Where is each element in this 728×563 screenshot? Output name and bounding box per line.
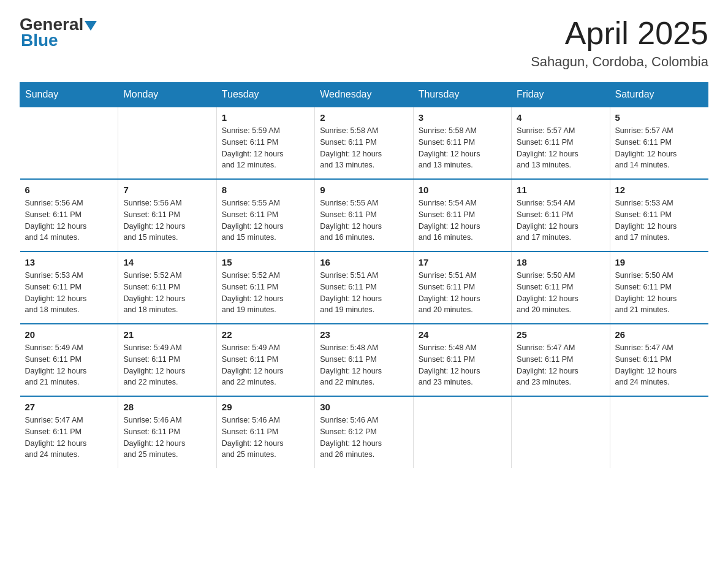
calendar-cell: 4Sunrise: 5:57 AM Sunset: 6:11 PM Daylig… [512, 107, 610, 179]
day-number: 23 [320, 329, 408, 340]
calendar-cell [20, 107, 118, 179]
day-number: 20 [25, 329, 113, 340]
calendar-cell: 17Sunrise: 5:51 AM Sunset: 6:11 PM Dayli… [413, 251, 511, 324]
day-number: 27 [25, 402, 113, 412]
day-info: Sunrise: 5:46 AM Sunset: 6:11 PM Dayligh… [222, 415, 309, 461]
calendar-cell: 24Sunrise: 5:48 AM Sunset: 6:11 PM Dayli… [413, 324, 511, 396]
day-info: Sunrise: 5:53 AM Sunset: 6:11 PM Dayligh… [25, 270, 113, 316]
calendar-cell [413, 396, 511, 468]
calendar-cell: 6Sunrise: 5:56 AM Sunset: 6:11 PM Daylig… [20, 179, 118, 251]
calendar-cell: 18Sunrise: 5:50 AM Sunset: 6:11 PM Dayli… [512, 251, 610, 324]
logo-triangle-icon [85, 21, 97, 31]
day-number: 10 [419, 185, 506, 195]
calendar-cell: 26Sunrise: 5:47 AM Sunset: 6:11 PM Dayli… [610, 324, 708, 396]
day-number: 3 [419, 112, 506, 123]
day-number: 29 [222, 402, 309, 412]
calendar-table: SundayMondayTuesdayWednesdayThursdayFrid… [20, 82, 708, 468]
day-info: Sunrise: 5:56 AM Sunset: 6:11 PM Dayligh… [25, 197, 113, 243]
day-info: Sunrise: 5:46 AM Sunset: 6:11 PM Dayligh… [123, 415, 211, 461]
weekday-header-tuesday: Tuesday [216, 83, 314, 107]
calendar-cell [610, 396, 708, 468]
calendar-cell [512, 396, 610, 468]
day-info: Sunrise: 5:57 AM Sunset: 6:11 PM Dayligh… [517, 125, 604, 171]
day-number: 11 [517, 185, 604, 195]
weekday-header-thursday: Thursday [413, 83, 511, 107]
logo: General Blue [20, 15, 98, 50]
day-number: 4 [517, 112, 604, 123]
calendar-cell: 14Sunrise: 5:52 AM Sunset: 6:11 PM Dayli… [118, 251, 216, 324]
day-info: Sunrise: 5:46 AM Sunset: 6:12 PM Dayligh… [320, 415, 408, 461]
calendar-cell: 30Sunrise: 5:46 AM Sunset: 6:12 PM Dayli… [315, 396, 413, 468]
day-info: Sunrise: 5:58 AM Sunset: 6:11 PM Dayligh… [320, 125, 408, 171]
calendar-cell: 25Sunrise: 5:47 AM Sunset: 6:11 PM Dayli… [512, 324, 610, 396]
day-number: 16 [320, 257, 408, 267]
calendar-cell: 29Sunrise: 5:46 AM Sunset: 6:11 PM Dayli… [216, 396, 314, 468]
calendar-week-1: 1Sunrise: 5:59 AM Sunset: 6:11 PM Daylig… [20, 107, 708, 179]
day-number: 9 [320, 185, 408, 195]
day-info: Sunrise: 5:47 AM Sunset: 6:11 PM Dayligh… [517, 342, 604, 388]
calendar-cell: 12Sunrise: 5:53 AM Sunset: 6:11 PM Dayli… [610, 179, 708, 251]
day-number: 24 [419, 329, 506, 340]
calendar-week-5: 27Sunrise: 5:47 AM Sunset: 6:11 PM Dayli… [20, 396, 708, 468]
calendar-cell [118, 107, 216, 179]
day-number: 19 [615, 257, 703, 267]
day-info: Sunrise: 5:47 AM Sunset: 6:11 PM Dayligh… [615, 342, 703, 388]
day-info: Sunrise: 5:47 AM Sunset: 6:11 PM Dayligh… [25, 415, 113, 461]
day-info: Sunrise: 5:57 AM Sunset: 6:11 PM Dayligh… [615, 125, 703, 171]
weekday-header-friday: Friday [512, 83, 610, 107]
calendar-cell: 16Sunrise: 5:51 AM Sunset: 6:11 PM Dayli… [315, 251, 413, 324]
weekday-header-monday: Monday [118, 83, 216, 107]
day-number: 28 [123, 402, 211, 412]
day-number: 25 [517, 329, 604, 340]
calendar-cell: 20Sunrise: 5:49 AM Sunset: 6:11 PM Dayli… [20, 324, 118, 396]
day-info: Sunrise: 5:54 AM Sunset: 6:11 PM Dayligh… [419, 197, 506, 243]
calendar-cell: 27Sunrise: 5:47 AM Sunset: 6:11 PM Dayli… [20, 396, 118, 468]
day-info: Sunrise: 5:49 AM Sunset: 6:11 PM Dayligh… [123, 342, 211, 388]
logo-blue-text: Blue [21, 31, 58, 50]
day-number: 2 [320, 112, 408, 123]
day-number: 26 [615, 329, 703, 340]
day-number: 15 [222, 257, 309, 267]
day-number: 1 [222, 112, 309, 123]
day-info: Sunrise: 5:56 AM Sunset: 6:11 PM Dayligh… [123, 197, 211, 243]
day-info: Sunrise: 5:49 AM Sunset: 6:11 PM Dayligh… [25, 342, 113, 388]
day-info: Sunrise: 5:51 AM Sunset: 6:11 PM Dayligh… [419, 270, 506, 316]
weekday-header-saturday: Saturday [610, 83, 708, 107]
day-info: Sunrise: 5:49 AM Sunset: 6:11 PM Dayligh… [222, 342, 309, 388]
title-block: April 2025 Sahagun, Cordoba, Colombia [531, 15, 708, 70]
day-info: Sunrise: 5:52 AM Sunset: 6:11 PM Dayligh… [123, 270, 211, 316]
calendar-cell: 15Sunrise: 5:52 AM Sunset: 6:11 PM Dayli… [216, 251, 314, 324]
calendar-cell: 13Sunrise: 5:53 AM Sunset: 6:11 PM Dayli… [20, 251, 118, 324]
day-number: 12 [615, 185, 703, 195]
day-number: 17 [419, 257, 506, 267]
day-number: 6 [25, 185, 113, 195]
day-number: 14 [123, 257, 211, 267]
calendar-week-2: 6Sunrise: 5:56 AM Sunset: 6:11 PM Daylig… [20, 179, 708, 251]
month-title: April 2025 [531, 15, 708, 52]
day-info: Sunrise: 5:50 AM Sunset: 6:11 PM Dayligh… [615, 270, 703, 316]
calendar-cell: 19Sunrise: 5:50 AM Sunset: 6:11 PM Dayli… [610, 251, 708, 324]
day-info: Sunrise: 5:52 AM Sunset: 6:11 PM Dayligh… [222, 270, 309, 316]
day-info: Sunrise: 5:53 AM Sunset: 6:11 PM Dayligh… [615, 197, 703, 243]
calendar-cell: 22Sunrise: 5:49 AM Sunset: 6:11 PM Dayli… [216, 324, 314, 396]
weekday-header-wednesday: Wednesday [315, 83, 413, 107]
day-number: 13 [25, 257, 113, 267]
day-info: Sunrise: 5:48 AM Sunset: 6:11 PM Dayligh… [419, 342, 506, 388]
day-info: Sunrise: 5:55 AM Sunset: 6:11 PM Dayligh… [320, 197, 408, 243]
day-info: Sunrise: 5:51 AM Sunset: 6:11 PM Dayligh… [320, 270, 408, 316]
calendar-cell: 21Sunrise: 5:49 AM Sunset: 6:11 PM Dayli… [118, 324, 216, 396]
day-number: 21 [123, 329, 211, 340]
day-number: 22 [222, 329, 309, 340]
day-info: Sunrise: 5:54 AM Sunset: 6:11 PM Dayligh… [517, 197, 604, 243]
day-number: 7 [123, 185, 211, 195]
calendar-cell: 7Sunrise: 5:56 AM Sunset: 6:11 PM Daylig… [118, 179, 216, 251]
calendar-cell: 2Sunrise: 5:58 AM Sunset: 6:11 PM Daylig… [315, 107, 413, 179]
weekday-header-sunday: Sunday [20, 83, 118, 107]
calendar-cell: 5Sunrise: 5:57 AM Sunset: 6:11 PM Daylig… [610, 107, 708, 179]
calendar-cell: 10Sunrise: 5:54 AM Sunset: 6:11 PM Dayli… [413, 179, 511, 251]
day-number: 18 [517, 257, 604, 267]
calendar-cell: 3Sunrise: 5:58 AM Sunset: 6:11 PM Daylig… [413, 107, 511, 179]
location-subtitle: Sahagun, Cordoba, Colombia [531, 54, 708, 70]
day-number: 5 [615, 112, 703, 123]
day-number: 30 [320, 402, 408, 412]
